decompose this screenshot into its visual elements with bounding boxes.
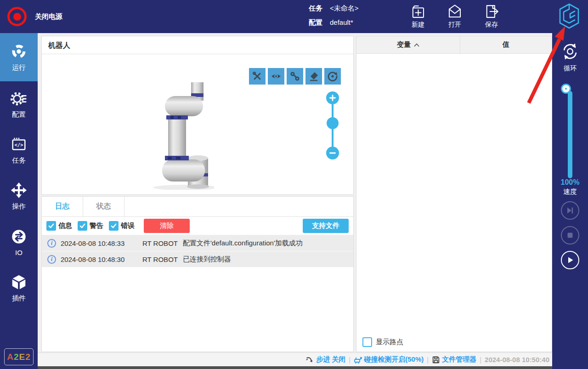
trajectory-button[interactable] — [287, 68, 303, 85]
task-label: 任务 — [309, 4, 330, 13]
sidebar-item-label: 配置 — [12, 110, 26, 119]
checkbox-checked-icon — [109, 221, 119, 231]
sidebar-item-label: 插件 — [12, 294, 26, 303]
stop-icon — [565, 231, 575, 240]
log-time: 2024-08-08 10:48:33 — [61, 239, 142, 247]
save-task-button[interactable]: 保存 — [479, 3, 504, 29]
log-list: i 2024-08-08 10:48:33 RT ROBOT 配置文件'defa… — [42, 235, 353, 267]
collision-detection-toggle[interactable]: 碰撞检测开启(50%) — [354, 355, 424, 364]
variables-header: 变量 值 — [356, 36, 552, 54]
captcha-badge: A2E2 — [4, 348, 34, 365]
skip-next-button[interactable] — [561, 201, 579, 220]
task-code-icon: </> — [10, 136, 28, 153]
show-waypoints-checkbox[interactable]: 显示路点 — [362, 337, 403, 347]
step-mode-toggle[interactable]: 步进 关闭 — [306, 355, 345, 364]
sidebar-item-operate[interactable]: 操作 — [0, 173, 38, 219]
speed-slider-track[interactable] — [568, 91, 572, 178]
statusbar-separator: | — [427, 356, 429, 363]
zoom-slider-track[interactable] — [332, 104, 334, 147]
loop-label: 循环 — [564, 64, 577, 73]
statusbar-separator: | — [349, 356, 351, 363]
sidebar-item-label: IO — [15, 249, 23, 256]
play-button[interactable] — [561, 251, 579, 269]
viewport-toolbar — [249, 68, 341, 85]
svg-text:</>: </> — [15, 142, 23, 148]
bottom-strip — [38, 366, 552, 369]
sidebar-item-task[interactable]: </> 任务 — [0, 127, 38, 173]
stop-button[interactable] — [561, 226, 579, 244]
robot-panel: 机器人 — [41, 36, 354, 195]
step-arrow-icon — [306, 356, 314, 363]
topbar: 关闭电源 任务 <未命名> 配置 default* 新建 — [0, 0, 588, 33]
open-task-icon — [447, 3, 463, 20]
filter-warning-checkbox[interactable]: 警告 — [78, 221, 103, 231]
checkbox-checked-icon — [78, 221, 87, 231]
visibility-button[interactable] — [268, 68, 284, 85]
support-files-button[interactable]: 支持文件 — [303, 219, 349, 233]
speed-slider-handle[interactable] — [562, 85, 570, 92]
sidebar-item-label: 运行 — [12, 63, 26, 72]
save-task-icon — [483, 3, 500, 20]
file-manager-disk-icon — [432, 356, 440, 364]
robot-teach-pendant-app: 关闭电源 任务 <未命名> 配置 default* 新建 — [0, 0, 588, 369]
sidebar-item-label: 操作 — [12, 202, 26, 211]
config-name-value: default* — [330, 18, 353, 27]
run-icon — [10, 43, 28, 60]
new-task-button[interactable]: 新建 — [405, 3, 431, 29]
plugin-cube-icon — [10, 273, 28, 291]
path-icon — [289, 71, 300, 82]
file-manager-button[interactable]: 文件管理器 — [432, 355, 476, 364]
erase-button[interactable] — [305, 68, 322, 85]
sidebar-item-io[interactable]: IO — [0, 219, 38, 265]
sidebar-item-plugin[interactable]: 插件 — [0, 265, 38, 311]
speed-value: 100% — [552, 178, 588, 187]
zoom-out-button[interactable] — [326, 147, 339, 159]
filter-error-checkbox[interactable]: 错误 — [109, 221, 135, 231]
clear-log-button[interactable]: 清除 — [144, 219, 190, 233]
log-entry-row: i 2024-08-08 10:48:33 RT ROBOT 配置文件'defa… — [42, 235, 353, 251]
checkbox-unchecked-icon — [362, 337, 372, 347]
statusbar: 步进 关闭 | 碰撞检测开启(50%) | 文件管理器 | 2024-08-08… — [38, 352, 552, 366]
save-task-label: 保存 — [485, 21, 498, 29]
log-entry-row: i 2024-08-08 10:48:30 RT ROBOT 已连接到控制器 — [42, 251, 353, 267]
new-task-icon — [410, 3, 426, 20]
zoom-out-icon — [329, 149, 336, 157]
log-source: RT ROBOT — [142, 255, 183, 263]
config-gear-icon — [10, 90, 28, 107]
power-label: 关闭电源 — [35, 12, 62, 21]
tools-icon — [252, 71, 263, 82]
filter-info-checkbox[interactable]: 信息 — [46, 221, 72, 231]
power-button[interactable] — [7, 7, 27, 26]
open-task-label: 打开 — [448, 21, 461, 29]
sidebar-item-run[interactable]: 运行 — [0, 33, 38, 81]
loop-icon — [560, 41, 580, 62]
zoom-in-button[interactable] — [326, 91, 339, 104]
power-dot-icon — [13, 13, 21, 21]
column-header-variable[interactable]: 变量 — [356, 36, 460, 53]
io-icon — [10, 228, 28, 245]
skip-next-icon — [565, 206, 575, 215]
info-icon: i — [47, 239, 56, 248]
loop-mode-button[interactable]: 循环 — [552, 41, 588, 73]
speed-readout: 100% 速度 — [552, 178, 588, 196]
zoom-in-icon — [329, 94, 336, 102]
new-task-label: 新建 — [412, 21, 424, 29]
robot-panel-title: 机器人 — [42, 36, 353, 54]
speed-label: 速度 — [552, 187, 588, 196]
sidebar-item-config[interactable]: 配置 — [0, 81, 38, 127]
eye-icon — [271, 71, 282, 82]
robot-3d-view[interactable] — [42, 54, 353, 194]
reset-view-button[interactable] — [324, 68, 341, 85]
tools-button[interactable] — [249, 68, 266, 85]
robot-arm-model — [152, 82, 214, 190]
log-panel: 日志 状态 信息 警告 错误 清除 支持文件 i 2024-08-08 10:4… — [41, 196, 354, 352]
log-tabs: 日志 状态 — [42, 197, 353, 217]
statusbar-separator: | — [480, 356, 481, 363]
brand-cube-logo[interactable] — [558, 3, 581, 29]
tab-status[interactable]: 状态 — [83, 197, 124, 216]
tab-log[interactable]: 日志 — [42, 197, 83, 216]
eraser-icon — [308, 71, 319, 82]
log-message: 配置文件'default.configuration'加载成功 — [183, 239, 353, 248]
zoom-slider-handle[interactable] — [327, 117, 339, 129]
open-task-button[interactable]: 打开 — [442, 3, 468, 29]
